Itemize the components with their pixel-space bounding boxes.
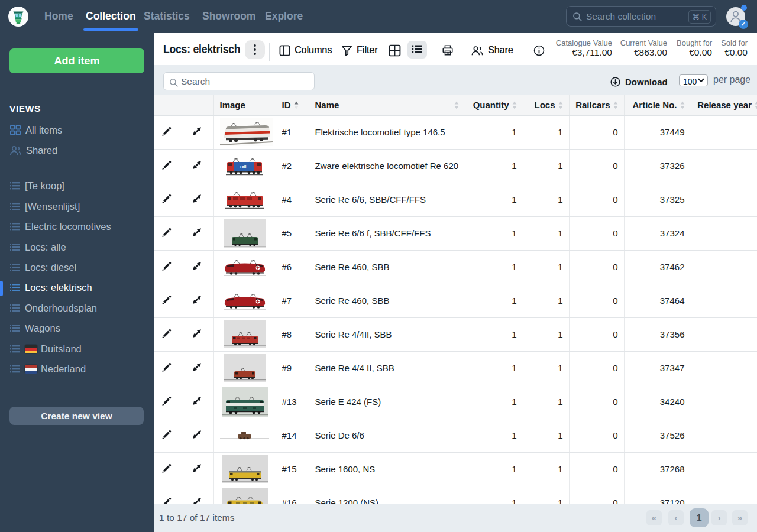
svg-text:rail: rail xyxy=(240,164,247,168)
